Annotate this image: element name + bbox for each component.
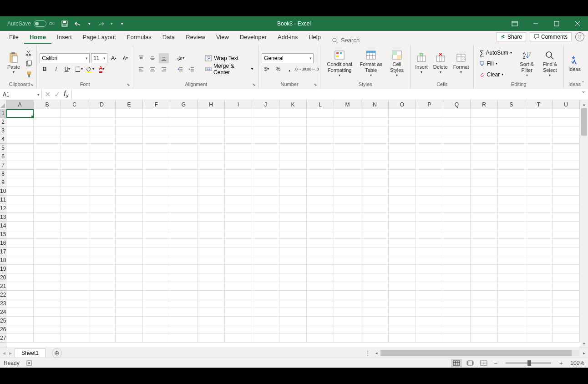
cell[interactable] xyxy=(279,178,307,187)
cell[interactable] xyxy=(361,126,389,135)
cell[interactable] xyxy=(34,170,61,178)
font-size-combo[interactable]: 11 xyxy=(91,53,107,63)
cell[interactable] xyxy=(416,126,443,135)
cell[interactable] xyxy=(471,144,498,152)
cell[interactable] xyxy=(198,144,225,152)
row-header[interactable]: 7 xyxy=(0,161,6,170)
cell[interactable] xyxy=(416,118,443,126)
cell[interactable] xyxy=(170,230,198,239)
cell[interactable] xyxy=(279,196,307,204)
cell[interactable] xyxy=(6,187,34,196)
row-header[interactable]: 6 xyxy=(0,152,6,161)
cell[interactable] xyxy=(553,187,580,196)
cell[interactable] xyxy=(416,308,443,317)
cell[interactable] xyxy=(225,109,252,118)
cell[interactable] xyxy=(416,152,443,161)
cell[interactable] xyxy=(279,135,307,144)
cell[interactable] xyxy=(525,265,553,273)
cell[interactable] xyxy=(88,222,116,230)
clipboard-dialog-launcher[interactable]: ⬊ xyxy=(30,82,34,87)
cell[interactable] xyxy=(416,196,443,204)
cell[interactable] xyxy=(61,273,88,282)
cell[interactable] xyxy=(389,187,416,196)
cell[interactable] xyxy=(553,299,580,308)
zoom-slider-thumb[interactable] xyxy=(527,360,531,366)
cell[interactable] xyxy=(116,222,143,230)
cell[interactable] xyxy=(143,299,170,308)
cell[interactable] xyxy=(6,317,34,325)
splitter-handle-icon[interactable]: ⋮ xyxy=(365,350,370,356)
accounting-format-icon[interactable]: $▾ xyxy=(262,64,272,74)
cell[interactable] xyxy=(416,334,443,343)
cell[interactable] xyxy=(361,152,389,161)
collapse-ribbon-icon[interactable]: ˄ xyxy=(582,81,584,87)
cell[interactable] xyxy=(6,118,34,126)
cell[interactable] xyxy=(198,152,225,161)
cell[interactable] xyxy=(553,161,580,170)
cell[interactable] xyxy=(198,291,225,299)
cell[interactable] xyxy=(443,109,471,118)
cell[interactable] xyxy=(279,118,307,126)
cell[interactable] xyxy=(279,126,307,135)
cell[interactable] xyxy=(143,118,170,126)
cancel-formula-icon[interactable]: ✕ xyxy=(45,90,51,99)
cell[interactable] xyxy=(198,299,225,308)
cell[interactable] xyxy=(416,178,443,187)
cell[interactable] xyxy=(170,178,198,187)
row-header[interactable]: 24 xyxy=(0,308,6,317)
column-header[interactable]: A xyxy=(6,100,34,109)
cell[interactable] xyxy=(225,282,252,291)
cell[interactable] xyxy=(471,170,498,178)
cell[interactable] xyxy=(225,239,252,248)
new-sheet-button[interactable]: ⊕ xyxy=(52,348,62,358)
cell[interactable] xyxy=(416,325,443,334)
cell[interactable] xyxy=(225,256,252,265)
close-button[interactable] xyxy=(567,16,588,31)
sheet-nav-prev-icon[interactable]: ◂ xyxy=(3,350,5,356)
cell[interactable] xyxy=(225,230,252,239)
cell[interactable] xyxy=(170,291,198,299)
cell[interactable] xyxy=(170,170,198,178)
cell[interactable] xyxy=(61,187,88,196)
undo-icon[interactable] xyxy=(75,20,82,27)
cell[interactable] xyxy=(279,308,307,317)
column-header[interactable]: O xyxy=(389,100,416,109)
cell[interactable] xyxy=(252,256,279,265)
cell[interactable] xyxy=(389,291,416,299)
sort-filter-button[interactable]: AZ Sort & Filter▾ xyxy=(517,49,537,79)
cell[interactable] xyxy=(525,178,553,187)
cell[interactable] xyxy=(88,135,116,144)
cell[interactable] xyxy=(225,213,252,222)
cell[interactable] xyxy=(61,170,88,178)
cell[interactable] xyxy=(170,187,198,196)
cell[interactable] xyxy=(225,135,252,144)
number-dialog-launcher[interactable]: ⬊ xyxy=(314,82,317,87)
delete-cells-button[interactable]: Delete▾ xyxy=(431,51,450,76)
cell[interactable] xyxy=(143,334,170,343)
cell[interactable] xyxy=(198,282,225,291)
cell[interactable] xyxy=(170,161,198,170)
cell[interactable] xyxy=(34,178,61,187)
percent-format-icon[interactable]: % xyxy=(273,64,283,74)
cell[interactable] xyxy=(361,178,389,187)
cell[interactable] xyxy=(88,126,116,135)
fill-color-button[interactable]: ▾ xyxy=(85,64,95,74)
cell[interactable] xyxy=(443,282,471,291)
cell[interactable] xyxy=(61,308,88,317)
cell[interactable] xyxy=(88,265,116,273)
cell[interactable] xyxy=(279,187,307,196)
cell[interactable] xyxy=(198,248,225,256)
cell[interactable] xyxy=(88,213,116,222)
cell[interactable] xyxy=(225,144,252,152)
cell[interactable] xyxy=(61,196,88,204)
cell[interactable] xyxy=(34,109,61,118)
tab-help[interactable]: Help xyxy=(303,31,326,44)
cell[interactable] xyxy=(279,273,307,282)
cell[interactable] xyxy=(389,325,416,334)
cell[interactable] xyxy=(443,325,471,334)
cell[interactable] xyxy=(252,178,279,187)
cell[interactable] xyxy=(416,109,443,118)
cell[interactable] xyxy=(389,126,416,135)
cell[interactable] xyxy=(416,135,443,144)
cell[interactable] xyxy=(252,170,279,178)
